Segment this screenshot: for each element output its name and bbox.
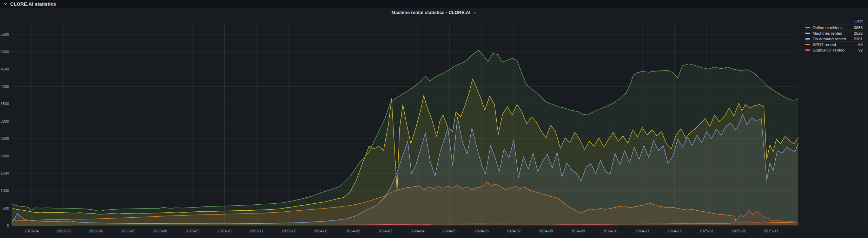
legend-swatch[interactable] bbox=[805, 27, 810, 28]
legend-row: Machines rented 2522 bbox=[804, 30, 864, 36]
y-axis-label: 5500 bbox=[1, 32, 9, 36]
y-axis-label: 4000 bbox=[1, 84, 9, 89]
y-axis-label: 3000 bbox=[1, 119, 9, 123]
row-header[interactable]: CLORE.AI statistics bbox=[0, 0, 868, 8]
x-axis-label: 2024-05 bbox=[442, 229, 456, 233]
x-axis-label: 2023-07 bbox=[121, 229, 135, 233]
y-axis-label: 2500 bbox=[1, 136, 9, 141]
legend-row: SPOT rented 69 bbox=[804, 41, 864, 47]
x-axis-label: 2023-11 bbox=[250, 229, 264, 233]
legend-label[interactable]: SPOT rented bbox=[813, 42, 850, 47]
x-axis-label: 2024-04 bbox=[410, 229, 424, 233]
legend: Last Online machines 3658 Machines rente… bbox=[804, 18, 864, 53]
x-axis-label: 2023-10 bbox=[217, 229, 231, 233]
legend-row: On demand rented 2361 bbox=[804, 36, 864, 41]
x-axis-label: 2024-12 bbox=[667, 229, 681, 233]
x-axis-label: 2023-04 bbox=[25, 229, 39, 233]
x-axis-label: 2025-01 bbox=[700, 229, 714, 233]
x-axis-label: 2024-10 bbox=[603, 229, 617, 233]
x-axis-label: 2024-02 bbox=[346, 229, 360, 233]
x-axis-label: 2024-08 bbox=[539, 229, 553, 233]
y-axis-label: 500 bbox=[3, 206, 9, 210]
legend-value: 3658 bbox=[852, 26, 863, 30]
row-title: CLORE.AI statistics bbox=[10, 1, 56, 7]
x-axis-label: 2023-09 bbox=[185, 229, 199, 233]
row-collapse-chevron-down-icon[interactable] bbox=[4, 2, 8, 6]
legend-label[interactable]: Online machines bbox=[813, 26, 850, 30]
legend-label[interactable]: Machines rented bbox=[813, 31, 850, 35]
chart-canvas[interactable]: 2023-042023-052023-062023-072023-082023-… bbox=[0, 8, 868, 238]
x-axis-label: 2025-02 bbox=[732, 229, 746, 233]
legend-swatch[interactable] bbox=[805, 44, 810, 45]
legend-row: Online machines 3658 bbox=[804, 25, 864, 30]
y-axis-label: 3500 bbox=[1, 102, 9, 106]
panel-title[interactable]: Machine rental statistics - CLORE.AI bbox=[0, 10, 868, 15]
x-axis-label: 2024-01 bbox=[314, 229, 328, 233]
x-axis-label: 2023-06 bbox=[89, 229, 103, 233]
legend-sort-last[interactable]: Last bbox=[854, 19, 863, 23]
y-axis-label: 4500 bbox=[1, 67, 9, 71]
grafana-dashboard: CLORE.AI statistics Machine rental stati… bbox=[0, 0, 868, 238]
x-axis-label: 2024-06 bbox=[475, 229, 489, 233]
y-axis-label: 5000 bbox=[1, 50, 9, 54]
x-axis-label: 2024-03 bbox=[378, 229, 392, 233]
y-axis-label: 1000 bbox=[1, 189, 9, 193]
legend-swatch[interactable] bbox=[805, 49, 810, 51]
panel-menu-chevron-down-icon[interactable] bbox=[473, 11, 477, 15]
legend-swatch[interactable] bbox=[805, 38, 810, 40]
legend-label[interactable]: GigaSPOT rented bbox=[813, 48, 850, 52]
legend-header: Last bbox=[804, 18, 864, 25]
legend-label[interactable]: On demand rented bbox=[813, 37, 850, 41]
y-axis-label: 0 bbox=[7, 223, 9, 227]
panel-title-text: Machine rental statistics - CLORE.AI bbox=[391, 10, 470, 15]
y-axis-label: 1500 bbox=[1, 171, 9, 175]
timeseries-panel: Machine rental statistics - CLORE.AI 202… bbox=[0, 8, 868, 238]
x-axis-label: 2024-11 bbox=[635, 229, 649, 233]
x-axis-label: 2024-07 bbox=[507, 229, 521, 233]
legend-value: 69 bbox=[852, 42, 863, 47]
legend-value: 2522 bbox=[852, 31, 863, 35]
x-axis-label: 2023-12 bbox=[281, 229, 296, 233]
x-axis-label: 2023-08 bbox=[153, 229, 167, 233]
legend-swatch[interactable] bbox=[805, 33, 810, 34]
y-axis-label: 2000 bbox=[1, 154, 9, 158]
x-axis-label: 2025-03 bbox=[764, 229, 778, 233]
legend-value: 2361 bbox=[852, 37, 863, 41]
x-axis-label: 2024-09 bbox=[571, 229, 585, 233]
x-axis-label: 2023-05 bbox=[57, 229, 71, 233]
legend-value: 92 bbox=[852, 48, 863, 52]
legend-row: GigaSPOT rented 92 bbox=[804, 47, 864, 53]
